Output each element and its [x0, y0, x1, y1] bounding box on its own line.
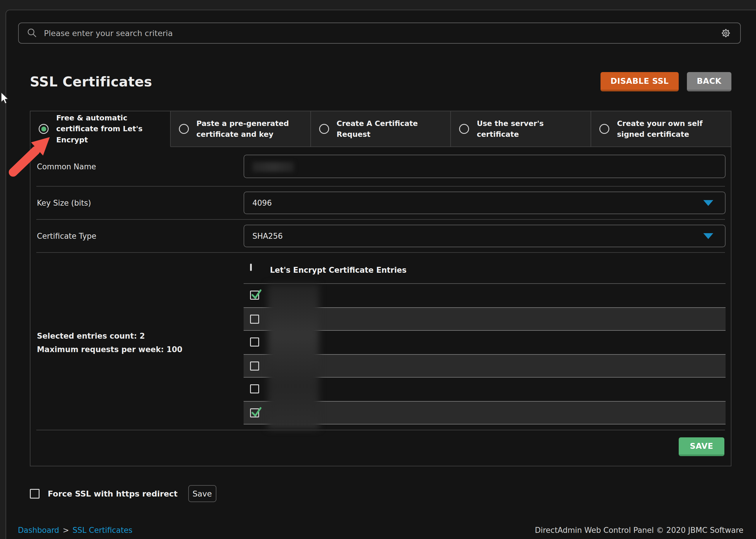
certificate-type-tabs: Free & automatic certificate from Let's … [30, 111, 731, 147]
common-name-label: Common Name [37, 162, 96, 171]
footer-copyright: DirectAdmin Web Control Panel © 2020 JBM… [535, 526, 743, 535]
key-size-select[interactable]: 4096 [243, 192, 725, 214]
max-requests-per-week: Maximum requests per week: 100 [37, 343, 182, 356]
tab-server-certificate[interactable]: Use the server's certificate [451, 111, 591, 147]
entry-checkbox[interactable] [250, 408, 259, 418]
tab-certificate-request[interactable]: Create A Certificate Request [311, 111, 451, 147]
breadcrumb-ssl-certificates-link[interactable]: SSL Certificates [73, 526, 132, 535]
redacted-common-name-value [252, 162, 294, 172]
search-icon [27, 28, 37, 38]
chevron-down-icon [703, 200, 713, 206]
certificate-type-select[interactable]: SHA256 [243, 225, 725, 247]
entry-checkbox[interactable] [250, 315, 259, 324]
chevron-down-icon [703, 233, 713, 239]
entry-checkbox[interactable] [250, 361, 259, 370]
lets-encrypt-form: Common Name Key Size (bits) 4096 Certifi… [30, 147, 731, 466]
search-settings-button[interactable] [720, 27, 732, 39]
breadcrumb-dashboard-link[interactable]: Dashboard [18, 526, 59, 535]
radio-server-certificate[interactable] [459, 124, 469, 134]
tab-lets-encrypt[interactable]: Free & automatic certificate from Let's … [30, 111, 171, 147]
radio-paste-certificate[interactable] [179, 124, 189, 134]
search-input[interactable]: Please enter your search criteria [18, 23, 741, 44]
tab-paste-certificate[interactable]: Paste a pre-generated certificate and ke… [171, 111, 311, 147]
tab-self-signed[interactable]: Create your own self signed certificate [591, 111, 731, 147]
radio-self-signed[interactable] [599, 124, 609, 134]
select-all-entries-checkbox[interactable] [250, 264, 252, 271]
radio-lets-encrypt[interactable] [39, 124, 49, 134]
entry-checkbox[interactable] [250, 384, 259, 393]
entry-checkbox[interactable] [250, 291, 259, 300]
selected-entries-count: Selected entries count: 2 [37, 330, 182, 343]
entry-checkbox[interactable] [250, 338, 259, 346]
certificate-type-label: Certificate Type [37, 232, 96, 241]
save-button[interactable]: SAVE [679, 437, 724, 456]
entries-header: Let's Encrypt Certificate Entries [270, 266, 406, 274]
search-placeholder: Please enter your search criteria [44, 29, 173, 38]
disable-ssl-button[interactable]: DISABLE SSL [600, 72, 679, 91]
common-name-input[interactable] [243, 155, 725, 178]
page-title: SSL Certificates [30, 74, 152, 90]
back-button[interactable]: BACK [687, 72, 731, 91]
breadcrumb: Dashboard>SSL Certificates [18, 526, 132, 535]
force-ssl-label: Force SSL with https redirect [48, 489, 178, 498]
radio-certificate-request[interactable] [319, 124, 329, 134]
gear-icon [720, 27, 732, 39]
check-icon [250, 288, 263, 301]
main-panel: Please enter your search criteria [6, 10, 756, 539]
force-ssl-checkbox[interactable] [30, 489, 39, 499]
key-size-label: Key Size (bits) [37, 198, 91, 207]
redacted-entry-labels [268, 284, 319, 429]
force-ssl-save-button[interactable]: Save [188, 485, 216, 502]
check-icon [250, 406, 263, 419]
breadcrumb-separator: > [63, 526, 69, 535]
lets-encrypt-entries-section: Let's Encrypt Certificate Entries [31, 253, 731, 430]
